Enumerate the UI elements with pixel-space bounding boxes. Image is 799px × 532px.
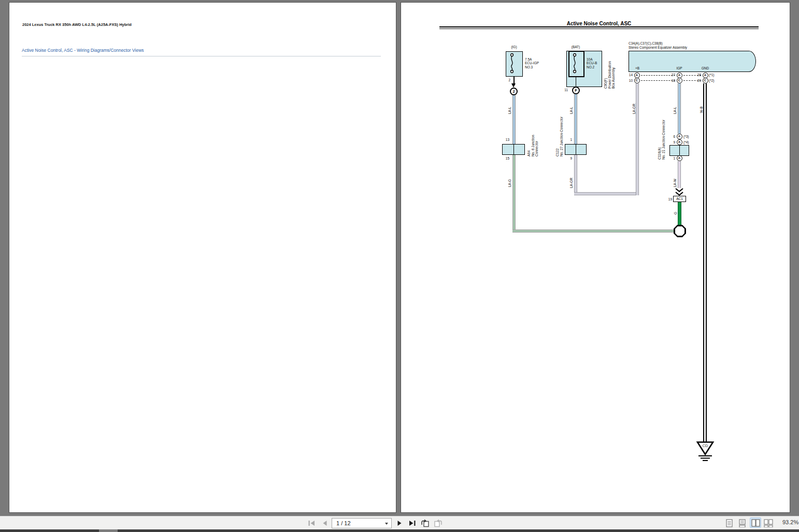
wire-label-lagr-lower: LA-GR [569,178,574,188]
next-view-icon [434,519,443,527]
wire-wb [703,83,707,442]
a84-pin-bottom: 15 [502,156,509,160]
c122-junction-box [565,144,587,155]
fuse-symbol-icon [571,52,578,75]
page-number-input[interactable]: 1 / 12 [332,518,392,528]
power-distribution-box-label: C90(F) Power Distribution Box Assembly [604,61,616,89]
ig-fuse-label: 7.5A ECU-IGP NO.3 [525,57,539,69]
ground-label: CD [703,443,708,448]
pin-28: 28 [694,73,701,77]
c122-pin-bottom: 9 [565,156,572,160]
title-underline-2 [439,28,759,29]
conn-circle-18c: C [677,78,682,83]
viewer-toolbar: 1 / 12 [0,516,799,529]
bottom-scrollbar[interactable] [0,529,799,532]
continuous-scroll-view-button[interactable] [736,519,748,528]
wire-ig-lal [512,95,516,144]
last-page-button[interactable] [406,519,418,528]
c116-label: C116(A) No. 21 Junction Connector [658,120,665,160]
double-chevron-down-icon [675,188,683,196]
diagram-title: Active Noise Control, ASC [439,21,759,26]
ac1-pin: 19 [665,197,672,201]
pin-20: 20 [694,79,701,82]
ig-connector-circle: 2 [510,88,518,95]
document-header: 2024 Lexus Truck RX 350h AWD L4-2.5L (A2… [22,22,132,27]
wire-label-igp: LA-L [673,107,677,114]
splice-octagon [674,225,686,237]
stereo-connector-codes: C34(A),C37(C),C38(B) [629,41,663,45]
next-view-button[interactable] [433,519,444,528]
bat-source-label: (BAT) [564,45,588,49]
wire-label-law: LA-W [673,179,677,187]
pin-27: 27 [668,73,675,77]
down-arrow-icon [511,83,516,88]
conn-circle-20c: C [703,78,708,83]
bat-fuse-label: 10A ECU-B NO.2 [587,57,597,69]
wire-lagr-up [636,83,639,195]
scrollbar-thumb[interactable] [99,529,118,532]
wire-label-ig: LA-L [508,107,512,114]
wire-label-wb: W-B [700,106,704,113]
single-page-view-button[interactable] [723,519,735,528]
wire-lag-horizontal [512,229,674,233]
stereo-equalizer-box [629,51,756,72]
title-underline [439,26,759,27]
wire-label-lag: LA-G [508,179,512,187]
previous-view-button[interactable] [419,519,431,528]
conn-circle-9a: A [677,139,682,145]
wire-lag-vertical [512,155,516,233]
continuous-scroll-view-icon [739,519,746,527]
c116-pin1: 6 [669,135,675,138]
previous-page-button[interactable] [319,519,331,528]
terminal-igp: IGP [673,66,686,70]
pin-14: 14 [626,73,633,77]
wiring-diagram-link[interactable]: Active Noise Control, ASC - Wiring Diagr… [22,48,144,53]
previous-view-icon [420,519,430,527]
wire-igp-lal [678,83,681,134]
first-page-button[interactable] [306,519,317,528]
terminal-gnd: GND [698,66,712,70]
ground-symbol-icon: CD [696,441,715,462]
ig-fuse-box [506,51,523,77]
a84-label: A84 No. 6 Junction Connector [527,135,539,156]
left-page: 2024 Lexus Truck RX 350h AWD L4-2.5L (A2… [9,2,396,513]
single-page-view-icon [726,519,733,527]
wire-law [678,161,681,188]
conn-circle-14a: A [634,73,640,78]
pdf-viewer-window: 2024 Lexus Truck RX 350h AWD L4-2.5L (A2… [0,0,799,532]
two-page-view-button[interactable] [750,517,761,528]
two-page-scroll-view-icon [764,519,773,527]
c116-pin-below: 1 [669,156,675,160]
page-dropdown-caret-icon[interactable] [385,523,388,525]
ig-source-label: (IG) [502,45,526,49]
bat-connector-circle: F [572,87,580,94]
divider-rule [22,56,381,56]
conn-circle-27a: A [677,73,682,78]
a84-pin-top: 13 [502,138,509,141]
pin-10: 10 [626,79,633,82]
wire-lagr-down [574,155,577,195]
wire-label-lagr-upper: LA-GR [632,104,636,114]
a84-junction-box [502,144,525,155]
terminal-plus-b: +B [632,66,643,70]
wire-lagr-across [574,192,639,195]
c122-label: C122 No. 27 Junction Connector [555,117,563,156]
bat-fuse-lead [576,77,576,87]
two-page-scroll-view-button[interactable] [763,519,774,528]
stereo-name: Stereo Component Equalizer Assembly [629,46,687,49]
conn-circle-10c: C [634,78,640,83]
wire-bat-lal [574,94,577,144]
next-page-button[interactable] [394,519,405,528]
note-star2: (*2) [709,79,714,82]
right-page: Active Noise Control, ASC (IG) 7.5A ECU-… [401,2,790,513]
c116-pin2: 9 [669,140,675,144]
two-page-view-icon [751,519,760,527]
conn-circle-1a: A [677,155,682,161]
first-page-icon [308,520,316,526]
conn-circle-28a: A [703,73,708,78]
pin-18: 18 [668,79,675,82]
next-page-icon [396,520,403,526]
ac1-destination-box: AC1 [673,196,686,202]
last-page-icon [408,520,416,526]
wire-label-bat: LA-L [569,107,574,114]
